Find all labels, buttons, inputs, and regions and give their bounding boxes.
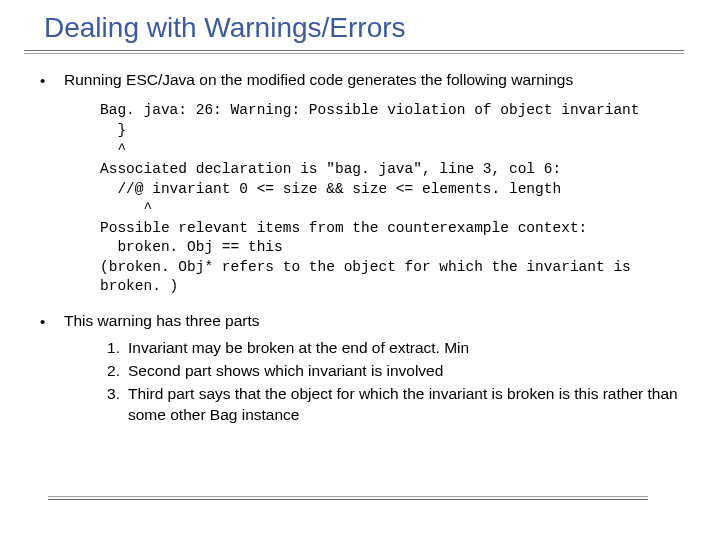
code-line: Possible relevant items from the counter…: [100, 220, 587, 236]
bullet-1-text: Running ESC/Java on the modified code ge…: [64, 70, 680, 91]
code-line: broken. Obj == this: [100, 239, 283, 255]
code-line: (broken. Obj* refers to the object for w…: [100, 259, 631, 275]
code-block: Bag. java: 26: Warning: Possible violati…: [100, 101, 680, 297]
bullet-2: • This warning has three parts: [40, 311, 680, 332]
bullet-2-text: This warning has three parts: [64, 311, 680, 332]
list-number: 1.: [92, 338, 128, 359]
bullet-1: • Running ESC/Java on the modified code …: [40, 70, 680, 91]
bullet-dot-icon: •: [40, 70, 64, 91]
list-item: 3. Third part says that the object for w…: [92, 384, 680, 426]
list-text: Third part says that the object for whic…: [128, 384, 680, 426]
slide: Dealing with Warnings/Errors • Running E…: [0, 0, 720, 540]
title-area: Dealing with Warnings/Errors: [0, 0, 720, 44]
bullet-dot-icon: •: [40, 311, 64, 332]
slide-title: Dealing with Warnings/Errors: [44, 12, 720, 44]
footer-rules: [24, 496, 684, 500]
code-line: ^: [100, 200, 152, 216]
list-item: 2. Second part shows which invariant is …: [92, 361, 680, 382]
code-line: Associated declaration is "bag. java", l…: [100, 161, 561, 177]
list-text: Second part shows which invariant is inv…: [128, 361, 680, 382]
footer-rule-bottom: [48, 499, 648, 500]
title-rule-top: [24, 50, 684, 51]
code-line: }: [100, 122, 126, 138]
code-line: broken. ): [100, 278, 178, 294]
list-item: 1. Invariant may be broken at the end of…: [92, 338, 680, 359]
list-number: 2.: [92, 361, 128, 382]
content-area: • Running ESC/Java on the modified code …: [0, 54, 720, 426]
code-line: Bag. java: 26: Warning: Possible violati…: [100, 102, 640, 118]
list-number: 3.: [92, 384, 128, 405]
code-line: //@ invariant 0 <= size && size <= eleme…: [100, 181, 561, 197]
footer-rule-top: [48, 496, 648, 497]
numbered-list: 1. Invariant may be broken at the end of…: [92, 338, 680, 426]
code-line: ^: [100, 141, 126, 157]
list-text: Invariant may be broken at the end of ex…: [128, 338, 680, 359]
